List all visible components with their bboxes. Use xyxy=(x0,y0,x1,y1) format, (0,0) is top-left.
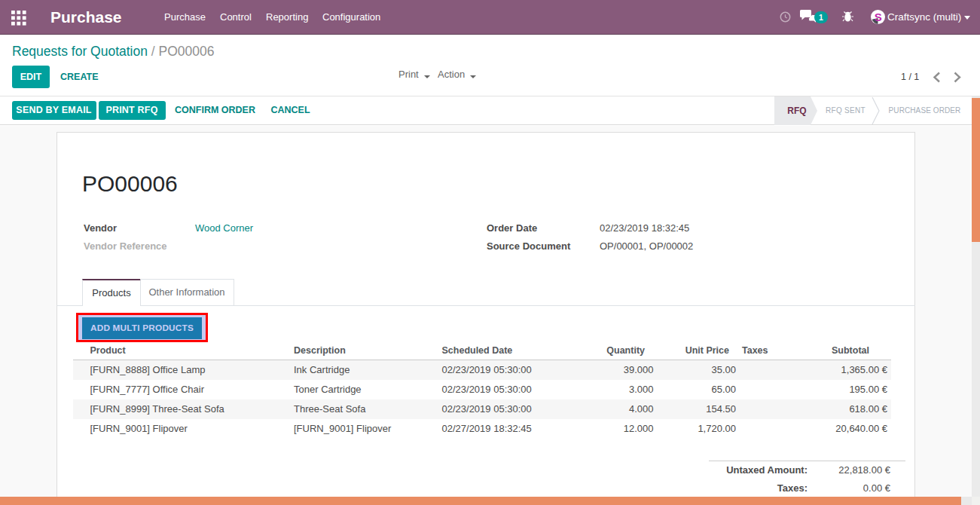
svg-text:S: S xyxy=(875,11,882,23)
